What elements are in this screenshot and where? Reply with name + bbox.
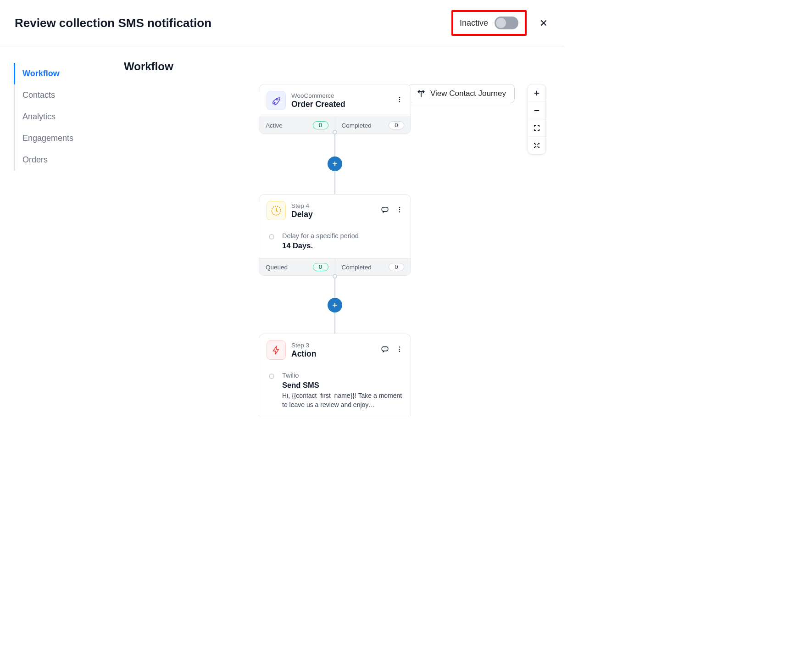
stat-label: Completed [342,264,372,271]
node-subtitle: Step 4 [291,202,375,210]
node-header: WooCommerce Order Created [259,84,411,117]
add-step-button[interactable] [328,298,342,312]
svg-rect-4 [382,207,388,212]
view-contact-journey-label: View Contact Journey [430,89,506,98]
node-title: Order Created [291,100,390,109]
body: Workflow Contacts Analytics Engagements … [0,46,564,450]
fit-icon [533,124,540,132]
node-subtitle: Step 3 [291,341,375,350]
status-highlight-box: Inactive [451,10,527,36]
comment-icon [380,206,389,214]
timeline-dot [269,374,274,379]
node-delay[interactable]: Step 4 Delay [259,194,411,276]
fullscreen-button[interactable] [528,137,545,154]
delay-desc: Delay for a specific period [282,232,403,240]
node-title: Delay [291,210,375,219]
stat-value: 0 [389,121,404,129]
header: Review collection SMS notification Inact… [0,0,564,46]
sidebar-item-engagements[interactable]: Engagements [14,128,106,149]
svg-rect-8 [382,347,388,351]
fullscreen-icon [533,142,540,149]
sidebar: Workflow Contacts Analytics Engagements … [0,46,106,450]
main: Workflow View Contact Journey [106,46,564,450]
zoom-in-button[interactable] [528,84,545,102]
edge-port [333,274,337,279]
svg-point-7 [399,211,400,212]
zoom-fit-button[interactable] [528,119,545,137]
node-body: Twilio Send SMS Hi, {{contact_first_name… [259,366,411,416]
sidebar-item-orders[interactable]: Orders [14,149,106,171]
stat-label: Queued [266,264,288,271]
plus-icon [533,89,541,97]
node-action[interactable]: Step 3 Action [259,334,411,416]
stat-label: Active [266,122,283,129]
node-trigger[interactable]: WooCommerce Order Created Active 0 [259,84,411,134]
rocket-icon [267,91,286,110]
node-comment-button[interactable] [380,345,389,355]
bolt-icon [267,340,286,360]
journey-icon [417,89,426,98]
comment-icon [380,345,389,353]
plus-icon [331,160,339,167]
zoom-controls [528,84,546,155]
dots-vertical-icon [396,345,403,353]
close-button[interactable] [538,17,550,29]
stat-value: 0 [389,263,404,271]
svg-point-1 [399,99,400,100]
node-menu-button[interactable] [396,345,403,355]
clock-icon [267,201,286,220]
action-message: Hi, {{contact_first_name}}! Take a momen… [282,391,403,409]
node-menu-button[interactable] [396,206,403,216]
page-title: Review collection SMS notification [15,16,211,30]
node-comment-button[interactable] [380,206,389,216]
node-header: Step 4 Delay [259,195,411,227]
node-body: Delay for a specific period 14 Days. [259,227,411,258]
timeline-dot [269,234,274,240]
node-subtitle: WooCommerce [291,92,390,100]
stat-label: Completed [342,122,372,129]
stat-value: 0 [313,263,328,271]
workflow-canvas[interactable]: View Contact Journey [124,84,546,450]
sidebar-item-contacts[interactable]: Contacts [14,84,106,106]
svg-point-5 [399,207,400,208]
node-menu-button[interactable] [396,95,403,106]
svg-point-6 [399,209,400,210]
dots-vertical-icon [396,206,403,214]
stat-value: 0 [313,121,328,129]
view-contact-journey-button[interactable]: View Contact Journey [408,84,515,103]
node-title: Action [291,349,375,359]
sidebar-item-analytics[interactable]: Analytics [14,106,106,128]
zoom-out-button[interactable] [528,102,545,119]
sidebar-item-workflow[interactable]: Workflow [14,63,106,84]
svg-point-9 [399,346,400,347]
svg-point-10 [399,349,400,350]
svg-point-0 [399,97,400,98]
status-label: Inactive [460,18,488,28]
action-provider: Twilio [282,372,403,379]
dots-vertical-icon [396,95,403,104]
plus-icon [331,301,339,309]
svg-point-2 [399,101,400,102]
header-right: Inactive [451,10,550,36]
node-stats: Queued 0 Completed 0 [259,258,411,275]
status-toggle[interactable] [495,17,518,29]
minus-icon [533,106,541,115]
node-header: Step 3 Action [259,334,411,366]
svg-point-11 [399,351,400,351]
action-name: Send SMS [282,381,403,390]
delay-duration: 14 Days. [282,241,403,250]
close-icon [539,18,549,28]
workflow-heading: Workflow [124,60,546,73]
edge-port [333,130,337,134]
add-step-button[interactable] [328,156,342,171]
